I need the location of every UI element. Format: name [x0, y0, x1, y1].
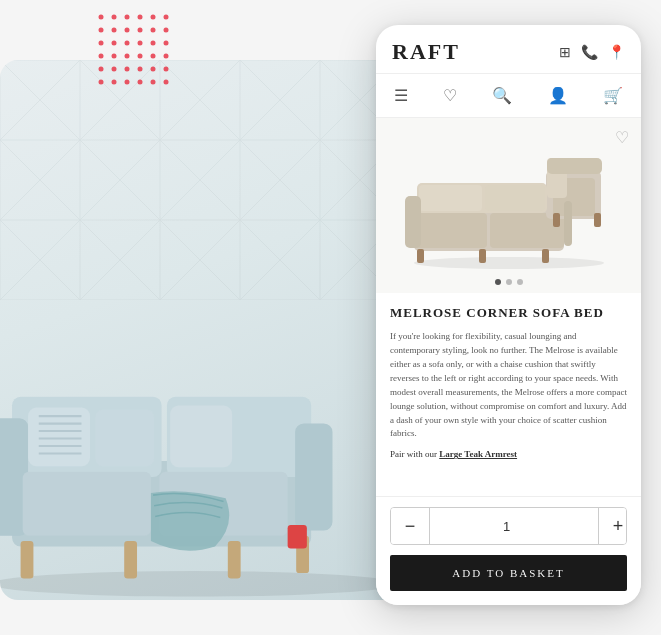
svg-point-4: [151, 15, 156, 20]
svg-point-14: [125, 41, 130, 46]
brand-name: RAFT: [392, 39, 460, 65]
svg-point-11: [164, 28, 169, 33]
svg-rect-113: [417, 249, 424, 263]
product-title: MELROSE CORNER SOFA BED: [390, 305, 627, 322]
svg-point-5: [164, 15, 169, 20]
svg-rect-114: [479, 249, 486, 263]
heart-icon[interactable]: ♡: [435, 82, 465, 109]
phone-frame: RAFT ⊞ 📞 📍 ☰ ♡ 🔍 👤 🛒 ♡: [376, 25, 641, 605]
svg-rect-116: [553, 213, 560, 227]
svg-rect-97: [228, 541, 241, 578]
svg-point-30: [99, 80, 104, 85]
add-to-basket-button[interactable]: ADD TO BASKET: [390, 555, 627, 591]
svg-point-1: [112, 15, 117, 20]
pair-link[interactable]: Large Teak Armrest: [439, 449, 517, 459]
svg-point-16: [151, 41, 156, 46]
quantity-row: − +: [390, 507, 627, 545]
svg-point-10: [151, 28, 156, 33]
svg-point-26: [125, 67, 130, 72]
svg-point-9: [138, 28, 143, 33]
svg-rect-87: [95, 410, 154, 467]
svg-rect-107: [419, 185, 482, 211]
svg-rect-112: [547, 158, 602, 174]
svg-point-8: [125, 28, 130, 33]
svg-point-29: [164, 67, 169, 72]
svg-point-23: [164, 54, 169, 59]
header-icons: ⊞ 📞 📍: [559, 44, 625, 61]
svg-point-19: [112, 54, 117, 59]
svg-rect-84: [23, 472, 151, 536]
svg-point-17: [164, 41, 169, 46]
svg-point-34: [151, 80, 156, 85]
pair-text: Pair with our Large Teak Armrest: [390, 449, 627, 459]
wishlist-button[interactable]: ♡: [615, 128, 629, 147]
phone-icon[interactable]: 📞: [581, 44, 598, 61]
bottom-section: − + ADD TO BASKET: [376, 496, 641, 605]
user-icon[interactable]: 👤: [540, 82, 576, 109]
image-dots: [495, 279, 523, 285]
svg-point-27: [138, 67, 143, 72]
grid-icon[interactable]: ⊞: [559, 44, 571, 61]
scene: RAFT ⊞ 📞 📍 ☰ ♡ 🔍 👤 🛒 ♡: [0, 0, 661, 635]
sofa-photo: [0, 195, 430, 600]
svg-rect-96: [124, 541, 137, 578]
quantity-input[interactable]: [429, 508, 599, 544]
cart-icon[interactable]: 🛒: [595, 82, 631, 109]
svg-point-0: [99, 15, 104, 20]
svg-point-78: [0, 571, 397, 597]
search-icon[interactable]: 🔍: [484, 82, 520, 109]
svg-rect-111: [564, 201, 572, 246]
product-image-area: ♡: [376, 118, 641, 293]
location-icon[interactable]: 📍: [608, 44, 625, 61]
svg-rect-108: [485, 185, 545, 211]
svg-point-33: [138, 80, 143, 85]
svg-point-13: [112, 41, 117, 46]
svg-rect-99: [288, 525, 307, 548]
svg-point-22: [151, 54, 156, 59]
dot-1[interactable]: [495, 279, 501, 285]
svg-point-28: [151, 67, 156, 72]
svg-point-2: [125, 15, 130, 20]
svg-point-21: [138, 54, 143, 59]
svg-rect-110: [405, 196, 421, 248]
svg-point-20: [125, 54, 130, 59]
quantity-minus-button[interactable]: −: [391, 508, 429, 544]
svg-point-100: [414, 257, 604, 269]
product-description: If you're looking for flexibility, casua…: [390, 330, 627, 442]
svg-rect-117: [594, 213, 601, 227]
svg-rect-95: [21, 541, 34, 578]
svg-rect-102: [414, 213, 487, 248]
decorative-dots: [12, 12, 181, 101]
product-info: MELROSE CORNER SOFA BED If you're lookin…: [376, 293, 641, 496]
svg-point-18: [99, 54, 104, 59]
svg-point-7: [112, 28, 117, 33]
menu-icon[interactable]: ☰: [386, 82, 416, 109]
background-photo: [0, 60, 430, 600]
svg-point-12: [99, 41, 104, 46]
svg-point-3: [138, 15, 143, 20]
svg-point-6: [99, 28, 104, 33]
svg-point-25: [112, 67, 117, 72]
phone-header: RAFT ⊞ 📞 📍: [376, 25, 641, 74]
svg-point-35: [164, 80, 169, 85]
svg-point-24: [99, 67, 104, 72]
svg-point-31: [112, 80, 117, 85]
svg-point-15: [138, 41, 143, 46]
svg-rect-83: [295, 424, 332, 531]
dot-2[interactable]: [506, 279, 512, 285]
svg-point-32: [125, 80, 130, 85]
svg-rect-115: [542, 249, 549, 263]
dot-3[interactable]: [517, 279, 523, 285]
svg-rect-88: [170, 406, 232, 468]
phone-nav: ☰ ♡ 🔍 👤 🛒: [376, 74, 641, 118]
quantity-plus-button[interactable]: +: [599, 508, 627, 544]
